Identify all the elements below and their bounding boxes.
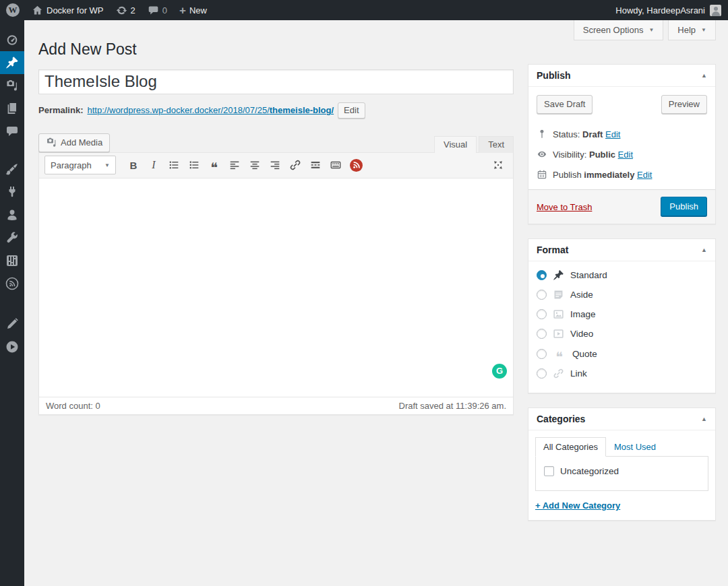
sidebar-item-appearance[interactable]: [0, 158, 24, 181]
categories-box-header[interactable]: Categories ▲: [528, 408, 715, 430]
sidebar-item-posts[interactable]: [0, 51, 24, 74]
sidebar-item-users[interactable]: [0, 203, 24, 226]
format-option-video[interactable]: Video: [537, 324, 707, 344]
screen-meta-links: Screen Options ▼ Help ▼: [574, 20, 716, 40]
toolbar-toggle-button[interactable]: [326, 156, 345, 174]
post-title-input[interactable]: [38, 69, 514, 94]
site-name-menu[interactable]: Docker for WP: [26, 0, 110, 20]
align-right-button[interactable]: [266, 156, 284, 174]
sidebar-item-video-plugin[interactable]: [0, 335, 24, 358]
sidebar-item-tools[interactable]: [0, 226, 24, 249]
align-left-button[interactable]: [225, 156, 244, 174]
new-content-menu[interactable]: + New: [173, 0, 213, 20]
updates-menu[interactable]: 2: [110, 0, 142, 20]
radio-button[interactable]: [537, 349, 547, 359]
radio-button[interactable]: [537, 270, 547, 280]
category-item-uncategorized[interactable]: Uncategorized: [544, 466, 700, 476]
all-categories-tab[interactable]: All Categories: [535, 437, 606, 457]
new-label: New: [189, 5, 207, 15]
format-options: Standard Aside Image: [528, 261, 715, 393]
help-tab[interactable]: Help ▼: [668, 20, 716, 40]
most-used-tab[interactable]: Most Used: [606, 438, 664, 456]
fullscreen-icon: [492, 159, 504, 171]
sidebar-item-pages[interactable]: [0, 97, 24, 120]
wordpress-logo-menu[interactable]: W: [0, 0, 26, 20]
align-right-icon: [269, 159, 281, 171]
visual-tab[interactable]: Visual: [434, 136, 477, 153]
quote-icon: ❝: [553, 348, 566, 360]
italic-button[interactable]: I: [144, 156, 163, 174]
radio-button[interactable]: [537, 368, 547, 379]
add-media-button[interactable]: Add Media: [38, 133, 110, 152]
side-column: Publish ▲ Save Draft Preview Status: Dra…: [528, 64, 716, 535]
radio-button[interactable]: [537, 309, 547, 319]
save-draft-button[interactable]: Save Draft: [537, 95, 593, 114]
add-new-category-link[interactable]: + Add New Category: [535, 500, 620, 511]
permalink-row: Permalink: http://wordpress.wp-docker.do…: [38, 102, 514, 119]
format-option-standard[interactable]: Standard: [537, 265, 707, 285]
blockquote-button[interactable]: ❝: [205, 156, 224, 174]
paragraph-format-select[interactable]: Paragraph ▼: [44, 156, 116, 174]
numbered-list-icon: [188, 159, 200, 171]
numbered-list-button[interactable]: [185, 156, 204, 174]
radio-button[interactable]: [537, 290, 547, 300]
rss-red-icon: [350, 159, 363, 172]
sidebar-item-edit-plugin[interactable]: [0, 313, 24, 335]
schedule-label: Publish: [553, 170, 582, 180]
text-tab[interactable]: Text: [479, 136, 514, 153]
wrench-icon: [5, 231, 19, 245]
format-option-quote[interactable]: ❝ Quote: [537, 344, 707, 364]
edit-permalink-button[interactable]: Edit: [338, 102, 365, 119]
add-media-icon: [46, 137, 57, 148]
insert-link-button[interactable]: [286, 156, 305, 174]
sidebar-item-plugins[interactable]: [0, 181, 24, 203]
category-checkbox[interactable]: [544, 466, 554, 476]
screen-options-tab[interactable]: Screen Options ▼: [574, 20, 664, 40]
categories-box-title: Categories: [537, 414, 585, 424]
permalink-link[interactable]: http://wordpress.wp-docker.docker/2018/0…: [87, 105, 334, 115]
distraction-free-button[interactable]: [489, 156, 508, 174]
radio-button[interactable]: [537, 329, 547, 339]
read-more-icon: [309, 159, 322, 171]
category-label: Uncategorized: [560, 466, 619, 476]
sidebar-item-comments[interactable]: [0, 120, 24, 143]
help-label: Help: [677, 25, 696, 35]
editor-content-area[interactable]: G: [39, 178, 513, 397]
updates-icon: [116, 5, 127, 16]
sidebar-item-dashboard[interactable]: [0, 28, 24, 51]
grammarly-icon[interactable]: G: [492, 364, 507, 379]
format-option-aside[interactable]: Aside: [537, 285, 707, 304]
align-center-icon: [249, 159, 261, 171]
sidebar-item-rss-plugin[interactable]: [0, 272, 24, 295]
user-avatar[interactable]: [710, 5, 721, 16]
comments-menu[interactable]: 0: [142, 0, 173, 20]
toolbar-toggle-icon: [330, 159, 342, 171]
format-option-link[interactable]: Link: [537, 364, 707, 383]
sidebar-item-media[interactable]: [0, 74, 24, 97]
edit-status-link[interactable]: Edit: [605, 129, 620, 139]
format-label: Quote: [572, 349, 597, 359]
move-to-trash-link[interactable]: Move to Trash: [537, 202, 592, 212]
preview-button[interactable]: Preview: [661, 95, 707, 114]
pencil-icon: [5, 317, 19, 331]
video-icon: [553, 328, 564, 339]
format-label: Standard: [570, 270, 607, 280]
wordpress-logo-icon: W: [6, 3, 20, 17]
edit-schedule-link[interactable]: Edit: [637, 170, 652, 180]
publish-box-header[interactable]: Publish ▲: [528, 65, 715, 87]
format-box-header[interactable]: Format ▲: [528, 239, 715, 261]
image-icon: [553, 308, 564, 320]
status-row: Status: Draft Edit: [537, 129, 707, 139]
edit-visibility-link[interactable]: Edit: [618, 150, 633, 160]
rss-insert-button[interactable]: [346, 156, 365, 174]
publish-button[interactable]: Publish: [661, 197, 707, 217]
schedule-text: Publish immediately Edit: [553, 170, 652, 180]
sidebar-item-settings[interactable]: [0, 249, 24, 272]
my-account-menu[interactable]: Howdy, HardeepAsrani: [609, 0, 705, 20]
chevron-down-icon: ▼: [104, 162, 110, 168]
align-center-button[interactable]: [245, 156, 264, 174]
bold-button[interactable]: B: [124, 156, 143, 174]
format-option-image[interactable]: Image: [537, 304, 707, 324]
bulleted-list-button[interactable]: [164, 156, 183, 174]
read-more-button[interactable]: [306, 156, 325, 174]
